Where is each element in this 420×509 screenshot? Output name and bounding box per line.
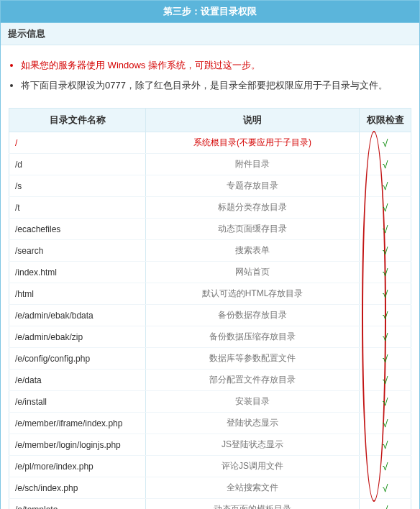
- step-title: 第三步：设置目录权限: [1, 1, 419, 23]
- cell-path: /d: [9, 154, 146, 175]
- table-row: /e/config/config.php数据库等参数配置文件√: [9, 348, 411, 370]
- table-row: /e/member/login/loginjs.phpJS登陆状态显示√: [9, 434, 411, 456]
- table-row: /e/admin/ebak/zip备份数据压缩存放目录√: [9, 326, 411, 348]
- cell-check: √: [360, 154, 411, 175]
- cell-path: /e/member/iframe/index.php: [9, 413, 146, 434]
- cell-check: √: [360, 391, 411, 413]
- cell-check: √: [360, 499, 411, 510]
- cell-check: √: [360, 477, 411, 499]
- cell-desc: 标题分类存放目录: [146, 197, 360, 219]
- cell-desc: 搜索表单: [146, 240, 360, 262]
- cell-check: √: [360, 240, 411, 262]
- cell-check: √: [360, 197, 411, 219]
- table-row: /search搜索表单√: [9, 240, 411, 262]
- cell-path: /e/data: [9, 370, 146, 391]
- table-row: /index.html网站首页√: [9, 262, 411, 283]
- cell-path: /e/pl/more/index.php: [9, 456, 146, 477]
- notes-list: 如果您的服务器使用 Windows 操作系统，可跳过这一步。 将下面目录权限设为…: [1, 45, 419, 108]
- table-row: /d附件目录√: [9, 154, 411, 175]
- permissions-table: 目录文件名称 说明 权限检查 /系统根目录(不要应用于子目录)√/d附件目录√/…: [9, 108, 411, 509]
- cell-desc: 数据库等参数配置文件: [146, 348, 360, 370]
- cell-desc: 登陆状态显示: [146, 413, 360, 434]
- table-row: /e/member/iframe/index.php登陆状态显示√: [9, 413, 411, 434]
- cell-path: /e/config/config.php: [9, 348, 146, 370]
- table-row: /t标题分类存放目录√: [9, 197, 411, 219]
- table-header-row: 目录文件名称 说明 权限检查: [9, 109, 411, 132]
- cell-desc: 系统根目录(不要应用于子目录): [146, 132, 360, 154]
- table-row: /e/install安装目录√: [9, 391, 411, 413]
- cell-path: /html: [9, 283, 146, 305]
- cell-path: /search: [9, 240, 146, 262]
- cell-path: /e/admin/ebak/zip: [9, 326, 146, 348]
- cell-path: /: [9, 132, 146, 154]
- note-permissions: 将下面目录权限设为0777，除了红色目录外，是目录全部要把权限应用于子目录与文件…: [21, 78, 405, 93]
- cell-check: √: [360, 283, 411, 305]
- cell-desc: 默认可选的HTML存放目录: [146, 283, 360, 305]
- cell-path: /e/template: [9, 499, 146, 510]
- cell-desc: 动态页面缓存目录: [146, 219, 360, 240]
- cell-desc: 网站首页: [146, 262, 360, 283]
- cell-check: √: [360, 175, 411, 197]
- cell-path: /s: [9, 175, 146, 197]
- note-windows: 如果您的服务器使用 Windows 操作系统，可跳过这一步。: [21, 58, 405, 73]
- cell-desc: 动态页面的模板目录: [146, 499, 360, 510]
- table-row: /系统根目录(不要应用于子目录)√: [9, 132, 411, 154]
- table-row: /ecachefiles动态页面缓存目录√: [9, 219, 411, 240]
- cell-path: /t: [9, 197, 146, 219]
- cell-desc: 备份数据存放目录: [146, 305, 360, 326]
- hint-title: 提示信息: [1, 23, 419, 45]
- col-path: 目录文件名称: [9, 109, 146, 132]
- col-desc: 说明: [146, 109, 360, 132]
- install-step-panel: 第三步：设置目录权限 提示信息 如果您的服务器使用 Windows 操作系统，可…: [0, 0, 420, 509]
- table-row: /e/sch/index.php全站搜索文件√: [9, 477, 411, 499]
- cell-path: /e/admin/ebak/bdata: [9, 305, 146, 326]
- cell-check: √: [360, 434, 411, 456]
- cell-check: √: [360, 456, 411, 477]
- table-row: /e/pl/more/index.php评论JS调用文件√: [9, 456, 411, 477]
- cell-check: √: [360, 348, 411, 370]
- cell-desc: 评论JS调用文件: [146, 456, 360, 477]
- table-row: /e/data部分配置文件存放目录√: [9, 370, 411, 391]
- table-row: /e/template动态页面的模板目录√: [9, 499, 411, 510]
- cell-desc: 附件目录: [146, 154, 360, 175]
- cell-desc: 备份数据压缩存放目录: [146, 326, 360, 348]
- cell-check: √: [360, 132, 411, 154]
- cell-check: √: [360, 370, 411, 391]
- cell-path: /index.html: [9, 262, 146, 283]
- table-row: /s专题存放目录√: [9, 175, 411, 197]
- cell-check: √: [360, 219, 411, 240]
- col-check: 权限检查: [360, 109, 411, 132]
- cell-check: √: [360, 305, 411, 326]
- cell-check: √: [360, 413, 411, 434]
- table-row: /html默认可选的HTML存放目录√: [9, 283, 411, 305]
- cell-path: /e/install: [9, 391, 146, 413]
- cell-path: /e/sch/index.php: [9, 477, 146, 499]
- cell-path: /e/member/login/loginjs.php: [9, 434, 146, 456]
- cell-desc: 安装目录: [146, 391, 360, 413]
- cell-path: /ecachefiles: [9, 219, 146, 240]
- cell-desc: 专题存放目录: [146, 175, 360, 197]
- cell-desc: JS登陆状态显示: [146, 434, 360, 456]
- table-row: /e/admin/ebak/bdata备份数据存放目录√: [9, 305, 411, 326]
- cell-desc: 部分配置文件存放目录: [146, 370, 360, 391]
- cell-check: √: [360, 326, 411, 348]
- cell-check: √: [360, 262, 411, 283]
- cell-desc: 全站搜索文件: [146, 477, 360, 499]
